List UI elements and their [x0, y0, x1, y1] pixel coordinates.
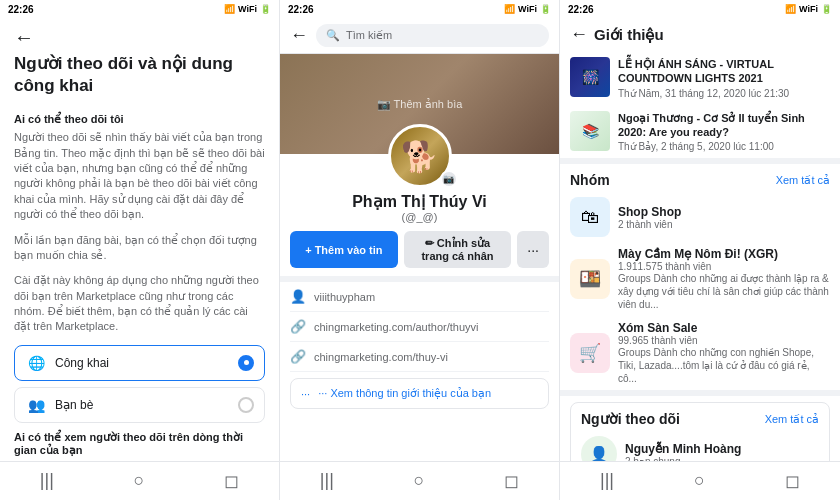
option-public-1[interactable]: 🌐 Công khai — [14, 345, 265, 381]
info-item-link2[interactable]: 🔗 chingmarketing.com/thuy-vi — [290, 342, 549, 372]
followers-see-all[interactable]: Xem tất cả — [765, 413, 819, 426]
group-desc-3: Groups Dành cho những con nghiền Shope, … — [618, 346, 830, 385]
event-title-1: LỄ HỘI ÁNH SÁNG - VIRTUAL COUNTDOWN LIGH… — [618, 57, 830, 86]
group-info-1: Shop Shop 2 thành viên — [618, 205, 830, 230]
info-text-link2: chingmarketing.com/thuy-vi — [314, 351, 448, 363]
followers-title: Người theo dõi — [581, 411, 680, 427]
nav-home-2[interactable]: ○ — [404, 468, 435, 494]
panel-about: 22:26 📶 WiFi 🔋 ← Giới thiệu 🎆 LỄ HỘI ÁNH… — [560, 0, 840, 500]
status-bar-1: 22:26 📶 WiFi 🔋 — [0, 0, 279, 18]
radio-friends-1[interactable] — [238, 397, 254, 413]
profile-name: Phạm Thị Thúy Vi — [280, 192, 559, 211]
bottom-nav-1: ||| ○ ◻ — [0, 461, 279, 500]
event-thumb-2: 📚 — [570, 111, 610, 151]
option-friends-1[interactable]: 👥 Bạn bè — [14, 387, 265, 423]
groups-section-header: Nhóm Xem tất cả — [560, 164, 840, 192]
nav-home-3[interactable]: ○ — [684, 468, 715, 494]
nav-menu-1[interactable]: ||| — [30, 468, 64, 494]
status-bar-2: 22:26 📶 WiFi 🔋 — [280, 0, 559, 18]
group-name-3: Xóm Sàn Sale — [618, 321, 830, 335]
followers-header: Người theo dõi Xem tất cả — [571, 403, 829, 431]
camera-icon[interactable]: 📷 — [440, 170, 458, 188]
groups-title: Nhóm — [570, 172, 610, 188]
group-members-3: 99.965 thành viên — [618, 335, 830, 346]
group-thumb-3: 🛒 — [570, 333, 610, 373]
about-title: Giới thiệu — [594, 26, 664, 44]
profile-handle: (@_@) — [280, 211, 559, 223]
group-thumb-1: 🛍 — [570, 197, 610, 237]
group-desc-2: Groups Dành cho những ai được thành lập … — [618, 272, 830, 311]
group-info-3: Xóm Sàn Sale 99.965 thành viên Groups Dà… — [618, 321, 830, 385]
back-button-3[interactable]: ← — [570, 24, 588, 45]
section-label-who-follow: Ai có thể theo dõi tôi — [14, 113, 265, 126]
group-members-1: 2 thành viên — [618, 219, 830, 230]
groups-see-all[interactable]: Xem tất cả — [776, 174, 830, 187]
panel1-body1: Người theo dõi sẽ nhìn thấy bài viết của… — [14, 130, 265, 222]
search-bar[interactable]: 🔍 Tìm kiếm — [316, 24, 549, 47]
profile-header: ← 🔍 Tìm kiếm — [280, 18, 559, 54]
event-date-1: Thứ Năm, 31 tháng 12, 2020 lúc 21:30 — [618, 88, 830, 99]
event-thumb-1: 🎆 — [570, 57, 610, 97]
more-options-button[interactable]: ··· — [517, 231, 549, 268]
time-2: 22:26 — [288, 4, 314, 15]
section-label-view: Ai có thể xem người theo dõi trên dòng t… — [14, 431, 265, 457]
about-header: ← Giới thiệu — [560, 18, 840, 51]
group-item-2[interactable]: 🍱 Mày Cầm Mẹ Nôm Đi! (XGR) 1.911.575 thà… — [560, 242, 840, 316]
edit-profile-button[interactable]: ✏ Chỉnh sửa trang cá nhân — [404, 231, 512, 268]
nav-home-1[interactable]: ○ — [124, 468, 155, 494]
info-item-instagram: 👤 viiithuypham — [290, 282, 549, 312]
followers-section: Người theo dõi Xem tất cả 👤 Nguyễn Minh … — [570, 402, 830, 461]
follower-name-1: Nguyễn Minh Hoàng — [625, 442, 819, 456]
group-members-2: 1.911.575 thành viên — [618, 261, 830, 272]
radio-public-1[interactable] — [238, 355, 254, 371]
info-text-link1: chingmarketing.com/author/thuyvi — [314, 321, 478, 333]
panel1-body3: Cài đặt này không áp dụng cho những ngườ… — [14, 273, 265, 335]
time-3: 22:26 — [568, 4, 594, 15]
event-date-2: Thứ Bảy, 2 tháng 5, 2020 lúc 11:00 — [618, 141, 830, 152]
group-thumb-2: 🍱 — [570, 259, 610, 299]
status-icons-2: 📶 WiFi 🔋 — [504, 4, 551, 14]
option-friends-label-1: Bạn bè — [55, 398, 93, 412]
bottom-nav-2: ||| ○ ◻ — [280, 461, 559, 500]
profile-scroll: 📷 Thêm ảnh bìa 🐕 📷 Phạm Thị Thúy Vi (@_@… — [280, 54, 559, 461]
panel1-scroll: Ai có thể theo dõi tôi Người theo dõi sẽ… — [0, 105, 279, 461]
back-button-2[interactable]: ← — [290, 25, 308, 46]
profile-actions: + Thêm vào tin ✏ Chỉnh sửa trang cá nhân… — [280, 231, 559, 276]
event-item-1[interactable]: 🎆 LỄ HỘI ÁNH SÁNG - VIRTUAL COUNTDOWN LI… — [560, 51, 840, 105]
info-text-instagram: viiithuypham — [314, 291, 375, 303]
option-public-label-1: Công khai — [55, 356, 109, 370]
group-item-1[interactable]: 🛍 Shop Shop 2 thành viên — [560, 192, 840, 242]
status-icons-1: 📶 WiFi 🔋 — [224, 4, 271, 14]
status-bar-3: 22:26 📶 WiFi 🔋 — [560, 0, 840, 18]
status-icons-3: 📶 WiFi 🔋 — [785, 4, 832, 14]
avatar-image: 🐕 — [401, 139, 438, 174]
event-info-2: Ngoại Thương - Cơ Sở II tuyển Sinh 2020:… — [618, 111, 830, 153]
view-intro-button[interactable]: ··· ··· Xem thông tin giới thiệu của bạn — [290, 378, 549, 409]
avatar-container: 🐕 📷 — [280, 124, 559, 188]
view-intro-label: ··· Xem thông tin giới thiệu của bạn — [318, 387, 491, 400]
nav-back-3[interactable]: ◻ — [775, 468, 810, 494]
about-scroll: 🎆 LỄ HỘI ÁNH SÁNG - VIRTUAL COUNTDOWN LI… — [560, 51, 840, 461]
follower-item-1[interactable]: 👤 Nguyễn Minh Hoàng 2 bạn chung — [571, 431, 829, 461]
follower-avatar-1: 👤 — [581, 436, 617, 461]
panel-profile: 22:26 📶 WiFi 🔋 ← 🔍 Tìm kiếm 📷 Thêm ảnh b… — [280, 0, 560, 500]
follower-info-1: Nguyễn Minh Hoàng 2 bạn chung — [625, 442, 819, 461]
add-friend-button[interactable]: + Thêm vào tin — [290, 231, 398, 268]
group-info-2: Mày Cầm Mẹ Nôm Đi! (XGR) 1.911.575 thành… — [618, 247, 830, 311]
nav-back-1[interactable]: ◻ — [214, 468, 249, 494]
event-item-2[interactable]: 📚 Ngoại Thương - Cơ Sở II tuyển Sinh 202… — [560, 105, 840, 159]
add-cover-label: 📷 Thêm ảnh bìa — [377, 98, 463, 111]
friends-icon-1: 👥 — [25, 394, 47, 416]
time-1: 22:26 — [8, 4, 34, 15]
link-icon-2: 🔗 — [290, 349, 306, 364]
nav-menu-3[interactable]: ||| — [590, 468, 624, 494]
back-button-1[interactable]: ← — [0, 18, 279, 53]
event-info-1: LỄ HỘI ÁNH SÁNG - VIRTUAL COUNTDOWN LIGH… — [618, 57, 830, 99]
profile-info-list: 👤 viiithuypham 🔗 chingmarketing.com/auth… — [280, 276, 559, 409]
info-item-link1[interactable]: 🔗 chingmarketing.com/author/thuyvi — [290, 312, 549, 342]
group-item-3[interactable]: 🛒 Xóm Sàn Sale 99.965 thành viên Groups … — [560, 316, 840, 390]
panel1-title: Người theo dõi và nội dung công khai — [0, 53, 279, 105]
more-icon: ··· — [301, 388, 310, 400]
nav-back-2[interactable]: ◻ — [494, 468, 529, 494]
nav-menu-2[interactable]: ||| — [310, 468, 344, 494]
